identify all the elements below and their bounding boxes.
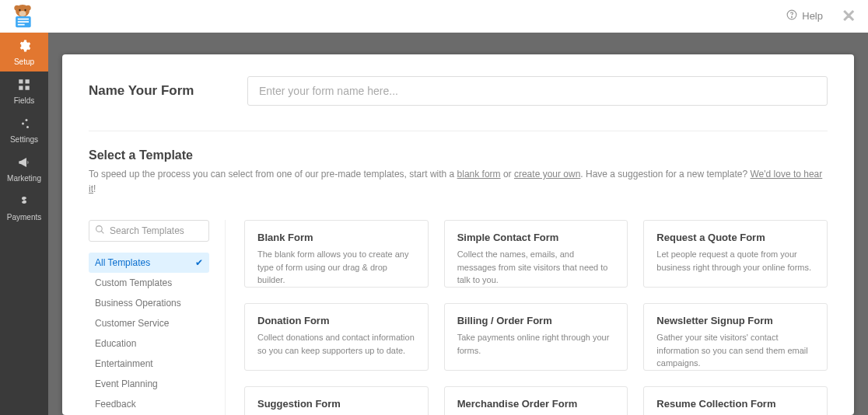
category-customer-service[interactable]: Customer Service <box>89 313 209 333</box>
help-label: Help <box>802 10 823 22</box>
create-own-link[interactable]: create your own <box>514 169 580 180</box>
name-form-row: Name Your Form <box>89 70 828 131</box>
template-card[interactable]: Merchandise Order Form Use this template… <box>444 386 628 415</box>
template-title: Suggestion Form <box>257 398 415 410</box>
select-template-subtitle: To speed up the process you can select f… <box>89 167 828 197</box>
nav-label: Setup <box>14 58 34 66</box>
nav-label: Fields <box>14 96 35 105</box>
template-desc: Collect the names, emails, and messages … <box>457 248 615 287</box>
form-name-input[interactable] <box>247 76 828 106</box>
svg-point-5 <box>24 9 26 10</box>
template-title: Resume Collection Form <box>656 398 814 410</box>
template-desc: Take payments online right through your … <box>457 331 615 357</box>
template-card[interactable]: Billing / Order Form Take payments onlin… <box>444 303 628 371</box>
template-card[interactable]: Simple Contact Form Collect the names, e… <box>444 220 628 288</box>
sliders-icon <box>17 117 31 133</box>
dollar-icon <box>17 194 31 211</box>
template-desc: Let people request a quote from your bus… <box>656 248 814 274</box>
category-entertainment[interactable]: Entertainment <box>89 354 209 374</box>
nav-payments[interactable]: Payments <box>0 188 48 227</box>
template-desc: The blank form allows you to create any … <box>257 248 415 287</box>
svg-rect-7 <box>18 18 29 19</box>
svg-rect-12 <box>19 79 23 83</box>
blank-form-link[interactable]: blank form <box>457 169 501 180</box>
wpforms-logo <box>8 3 37 30</box>
check-icon: ✔ <box>195 257 203 268</box>
nav-marketing[interactable]: Marketing <box>0 149 48 188</box>
template-title: Simple Contact Form <box>457 232 615 243</box>
svg-point-4 <box>19 9 20 10</box>
topbar: Help ✕ <box>0 0 868 33</box>
svg-point-16 <box>26 119 28 121</box>
template-card[interactable]: Blank Form The blank form allows you to … <box>244 220 429 288</box>
gear-icon <box>17 39 31 55</box>
template-card[interactable]: Donation Form Collect donations and cont… <box>244 303 429 371</box>
nav-setup[interactable]: Setup <box>0 33 48 71</box>
grid-icon <box>17 78 31 94</box>
stage: Name Your Form Select a Template To spee… <box>62 54 854 415</box>
category-column: All Templates ✔ Custom Templates Busines… <box>89 220 226 415</box>
template-card[interactable]: Request a Quote Form Let people request … <box>643 220 828 288</box>
help-link[interactable]: Help <box>786 9 823 23</box>
category-custom-templates[interactable]: Custom Templates <box>89 273 209 293</box>
search-icon <box>95 225 105 237</box>
template-card[interactable]: Resume Collection Form Easily collect ap… <box>643 386 828 415</box>
template-title: Merchandise Order Form <box>457 398 615 410</box>
template-desc: Collect donations and contact informatio… <box>257 331 415 357</box>
svg-rect-8 <box>18 21 29 23</box>
svg-rect-9 <box>18 23 25 25</box>
template-title: Donation Form <box>257 315 415 326</box>
help-icon <box>786 9 797 23</box>
category-event-planning[interactable]: Event Planning <box>89 374 209 394</box>
template-search-input[interactable] <box>89 220 209 242</box>
category-all-templates[interactable]: All Templates ✔ <box>89 253 209 273</box>
svg-point-17 <box>22 122 24 124</box>
category-business-operations[interactable]: Business Operations <box>89 293 209 313</box>
select-template-header: Select a Template To speed up the proces… <box>89 131 828 203</box>
template-title: Request a Quote Form <box>656 232 814 243</box>
template-body: All Templates ✔ Custom Templates Busines… <box>89 220 828 415</box>
category-feedback[interactable]: Feedback <box>89 394 209 414</box>
svg-rect-14 <box>19 85 23 89</box>
select-template-title: Select a Template <box>89 148 828 162</box>
builder-sidebar: Setup Fields Settings Marketing Payments <box>0 33 48 415</box>
svg-point-3 <box>19 10 26 16</box>
builder-shell: Setup Fields Settings Marketing Payments <box>0 33 868 415</box>
template-card[interactable]: Suggestion Form Gather site visitor sugg… <box>244 386 429 415</box>
template-title: Billing / Order Form <box>457 315 615 326</box>
template-title: Newsletter Signup Form <box>656 315 814 326</box>
svg-point-11 <box>792 16 793 17</box>
name-form-label: Name Your Form <box>89 83 229 99</box>
template-desc: Gather your site visitors' contact infor… <box>656 331 814 370</box>
nav-fields[interactable]: Fields <box>0 71 48 110</box>
svg-rect-15 <box>26 85 30 89</box>
nav-label: Payments <box>7 213 41 221</box>
category-list: All Templates ✔ Custom Templates Busines… <box>89 253 209 415</box>
template-card[interactable]: Newsletter Signup Form Gather your site … <box>643 303 828 371</box>
svg-point-19 <box>96 226 103 232</box>
stage-wrap: Name Your Form Select a Template To spee… <box>48 33 868 415</box>
template-title: Blank Form <box>257 232 415 243</box>
nav-settings[interactable]: Settings <box>0 110 48 149</box>
megaphone-icon <box>17 155 31 172</box>
svg-rect-13 <box>26 79 30 83</box>
template-grid: Blank Form The blank form allows you to … <box>226 220 828 415</box>
nav-label: Settings <box>10 135 38 144</box>
template-search-wrap <box>89 220 209 242</box>
nav-label: Marketing <box>7 174 41 183</box>
category-education[interactable]: Education <box>89 333 209 354</box>
close-button[interactable]: ✕ <box>837 6 860 26</box>
svg-point-18 <box>26 126 29 128</box>
